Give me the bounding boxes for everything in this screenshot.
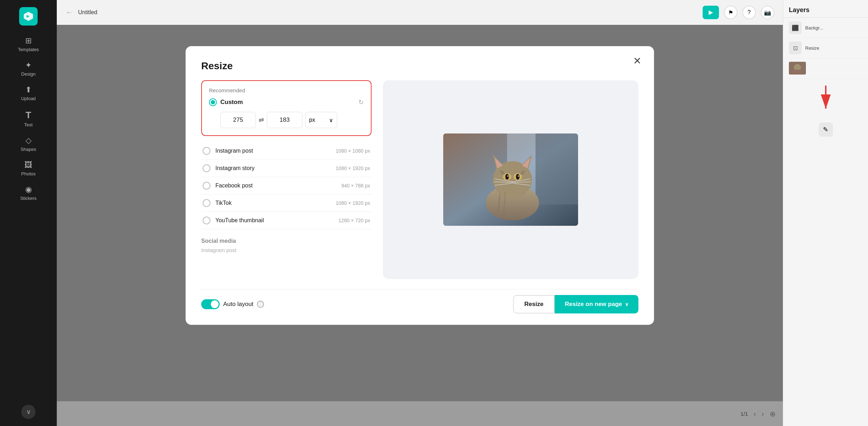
sidebar-item-text[interactable]: T Text: [4, 106, 53, 131]
auto-layout-info-icon[interactable]: ⓘ: [257, 301, 264, 308]
size-inputs: ⇌ px ∨: [220, 112, 364, 128]
red-arrow-svg: [815, 86, 836, 114]
sidebar-item-label-design: Design: [21, 71, 35, 77]
topbar-title: Untitled: [78, 9, 97, 16]
preset-item-youtube[interactable]: YouTube thumbnail 1280 × 720 px: [201, 212, 372, 229]
auto-layout-row: Auto layout ⓘ: [201, 299, 264, 309]
height-input[interactable]: [267, 112, 302, 128]
upload-icon: ⬆: [25, 85, 32, 94]
modal-body: Recommended Custom ↻ ⇌: [201, 80, 638, 279]
unit-dropdown[interactable]: px ∨: [305, 112, 337, 128]
instagram-story-radio[interactable]: [203, 164, 210, 172]
templates-icon: ⊞: [25, 36, 32, 45]
layer-thumb-svg: [789, 62, 806, 75]
svg-point-16: [516, 174, 520, 180]
stickers-icon: ◉: [25, 185, 32, 194]
sidebar-item-stickers[interactable]: ◉ Stickers: [4, 181, 53, 204]
modal-close-button[interactable]: ✕: [633, 56, 641, 66]
preset-size-facebook-post: 940 × 788 px: [341, 183, 370, 189]
sidebar-item-design[interactable]: ✦ Design: [4, 57, 53, 80]
sidebar-item-label-shapes: Shapes: [21, 147, 36, 152]
auto-layout-toggle[interactable]: [201, 299, 220, 309]
custom-label: Custom: [220, 99, 355, 106]
sidebar-bottom: ∨: [21, 405, 35, 419]
preview-image: [443, 133, 578, 226]
layers-title: Layers: [783, 0, 868, 18]
layer-item-image[interactable]: [783, 58, 868, 78]
text-icon: T: [26, 110, 31, 121]
recommended-section: Recommended Custom ↻ ⇌: [201, 80, 372, 136]
right-panel: Layers ⬛ Backgr... ⊡ Resize ✎: [783, 0, 868, 426]
sidebar-item-templates[interactable]: ⊞ Templates: [4, 33, 53, 56]
resize-new-chevron-icon: ∨: [625, 301, 628, 307]
edit-icon-container: ✎: [783, 122, 868, 137]
svg-point-17: [507, 175, 509, 177]
resize-new-page-button[interactable]: Resize on new page ∨: [555, 295, 638, 313]
sidebar-item-shapes[interactable]: ◇ Shapes: [4, 132, 53, 155]
design-icon: ✦: [25, 61, 32, 70]
sidebar-item-label-templates: Templates: [18, 47, 39, 52]
cat-preview-svg: [443, 133, 578, 226]
preset-size-instagram-post: 1080 × 1080 px: [336, 148, 370, 154]
width-input[interactable]: [220, 112, 256, 128]
action-buttons: Resize Resize on new page ∨: [513, 295, 638, 313]
shield-icon[interactable]: ⚑: [724, 6, 737, 19]
preset-name-facebook-post: Facebook post: [215, 182, 336, 189]
sidebar-item-label-upload: Upload: [21, 96, 35, 101]
preset-item-facebook-post[interactable]: Facebook post 940 × 788 px: [201, 177, 372, 195]
preset-item-tiktok[interactable]: TikTok 1080 × 1920 px: [201, 195, 372, 212]
canvas-area: 1/1 ‹ › ⊕ Resize ✕ Recommended: [57, 25, 783, 426]
facebook-post-radio[interactable]: [203, 182, 210, 190]
preset-item-instagram-story[interactable]: Instagram story 1080 × 1920 px: [201, 160, 372, 177]
svg-point-15: [505, 174, 509, 180]
edit-icon[interactable]: ✎: [819, 122, 833, 137]
social-media-sub: Instagram post: [201, 247, 372, 253]
recommended-label: Recommended: [209, 87, 364, 93]
custom-option-row[interactable]: Custom ↻: [209, 98, 364, 106]
custom-radio[interactable]: [209, 98, 217, 106]
unit-value: px: [309, 117, 315, 123]
sidebar-item-photos[interactable]: 🖼 Photos: [4, 157, 53, 180]
sidebar: ⊞ Templates ✦ Design ⬆ Upload T Text ◇ S…: [0, 0, 57, 426]
preset-name-tiktok: TikTok: [215, 200, 331, 206]
export-button[interactable]: ▶: [703, 6, 719, 19]
layer-item-resize[interactable]: ⊡ Resize: [783, 38, 868, 58]
layer-resize-icon: ⊡: [789, 42, 802, 54]
layer-image-thumb: [789, 62, 806, 75]
refresh-icon[interactable]: ↻: [358, 98, 364, 106]
modal-footer: Auto layout ⓘ Resize Resize on new page …: [201, 289, 638, 313]
app-logo[interactable]: [19, 7, 38, 26]
shapes-icon: ◇: [26, 136, 32, 145]
radio-dot: [211, 100, 215, 104]
modal-overlay: Resize ✕ Recommended Custom: [57, 25, 783, 426]
preset-size-tiktok: 1080 × 1920 px: [336, 200, 370, 206]
unit-chevron-icon: ∨: [329, 117, 333, 124]
sidebar-item-label-stickers: Stickers: [20, 196, 37, 201]
preset-item-instagram-post[interactable]: Instagram post 1080 × 1080 px: [201, 142, 372, 160]
layer-background-label: Backgr...: [805, 25, 823, 31]
resize-modal: Resize ✕ Recommended Custom: [186, 46, 654, 325]
tiktok-radio[interactable]: [203, 199, 210, 207]
sidebar-item-label-photos: Photos: [21, 171, 35, 176]
topbar-back-icon[interactable]: ←: [65, 8, 73, 17]
youtube-radio[interactable]: [203, 217, 210, 224]
resize-button[interactable]: Resize: [513, 295, 555, 313]
logo-icon: [23, 11, 34, 22]
layer-resize-label: Resize: [805, 45, 819, 51]
layer-background-icon: ⬛: [789, 21, 802, 34]
photos-icon: 🖼: [24, 160, 32, 170]
camera-icon[interactable]: 📷: [761, 6, 774, 19]
social-media-title: Social media: [201, 238, 372, 244]
sidebar-item-upload[interactable]: ⬆ Upload: [4, 82, 53, 105]
preset-size-youtube: 1280 × 720 px: [339, 218, 370, 223]
collapse-button[interactable]: ∨: [21, 405, 35, 419]
preset-name-instagram-story: Instagram story: [215, 165, 331, 171]
preset-name-instagram-post: Instagram post: [215, 148, 331, 154]
help-icon[interactable]: ?: [742, 6, 756, 19]
resize-new-page-label: Resize on new page: [565, 301, 622, 308]
chevron-down-icon: ∨: [26, 408, 31, 416]
layer-item-background[interactable]: ⬛ Backgr...: [783, 18, 868, 38]
arrow-indicator: [783, 78, 868, 121]
instagram-post-radio[interactable]: [203, 147, 210, 155]
modal-preview: [383, 80, 638, 279]
